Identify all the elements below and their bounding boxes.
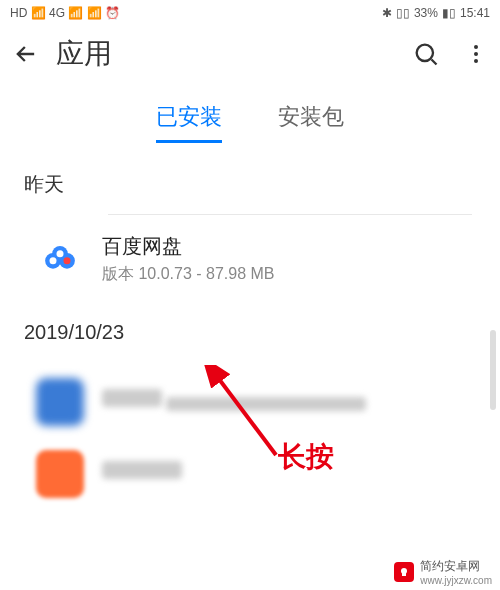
tab-packages[interactable]: 安装包	[278, 102, 344, 143]
tab-installed[interactable]: 已安装	[156, 102, 222, 143]
app-icon-blurred	[36, 450, 84, 498]
app-item-blurred-2[interactable]	[0, 444, 500, 498]
battery-percent: 33%	[414, 6, 438, 20]
app-info	[102, 389, 476, 415]
back-icon[interactable]	[12, 40, 40, 68]
clock: 15:41	[460, 6, 490, 20]
svg-point-0	[417, 45, 433, 61]
app-name: 百度网盘	[102, 233, 476, 260]
app-name-blurred	[102, 389, 162, 407]
tabs: 已安装 安装包	[0, 102, 500, 143]
battery-icon: ▮▯	[442, 6, 456, 20]
app-meta: 版本 10.0.73 - 87.98 MB	[102, 264, 476, 285]
svg-rect-9	[402, 573, 406, 576]
baidu-cloud-icon	[36, 235, 84, 283]
status-bar: HD 📶 4G 📶 📶 ⏰ ✱ ▯▯ 33% ▮▯ 15:41	[0, 0, 500, 26]
app-meta-blurred	[166, 397, 366, 411]
scrollbar[interactable]	[490, 330, 496, 410]
watermark: 简约安卓网 www.jyjxzw.com	[386, 554, 500, 590]
section-date: 2019/10/23	[0, 303, 500, 360]
app-name-blurred	[102, 461, 182, 479]
search-icon[interactable]	[412, 40, 440, 68]
app-item-baidu[interactable]: 百度网盘 版本 10.0.73 - 87.98 MB	[0, 215, 500, 303]
vibrate-icon: ▯▯	[396, 6, 410, 20]
svg-point-4	[50, 257, 57, 264]
svg-point-6	[57, 250, 64, 257]
more-icon[interactable]	[464, 42, 488, 66]
app-header: 应用	[0, 26, 500, 82]
watermark-icon	[394, 562, 414, 582]
page-title: 应用	[56, 35, 396, 73]
status-left: HD 📶 4G 📶 📶 ⏰	[10, 6, 120, 20]
watermark-name: 简约安卓网	[420, 558, 492, 575]
section-yesterday: 昨天	[0, 143, 500, 214]
app-icon-blurred	[36, 378, 84, 426]
app-info	[102, 461, 476, 487]
app-info: 百度网盘 版本 10.0.73 - 87.98 MB	[102, 233, 476, 285]
bluetooth-icon: ✱	[382, 6, 392, 20]
watermark-url: www.jyjxzw.com	[420, 575, 492, 586]
svg-point-5	[64, 257, 71, 264]
signal-indicators: HD 📶 4G 📶 📶 ⏰	[10, 6, 120, 20]
app-item-blurred-1[interactable]	[0, 360, 500, 444]
status-right: ✱ ▯▯ 33% ▮▯ 15:41	[382, 6, 490, 20]
